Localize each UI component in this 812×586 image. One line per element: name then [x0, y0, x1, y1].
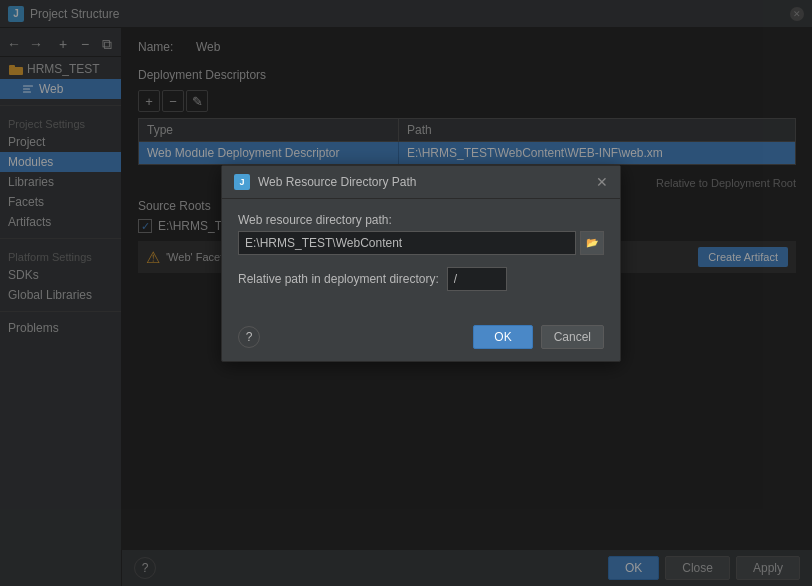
dialog-overlay: J Web Resource Directory Path ✕ Web reso… [0, 0, 812, 586]
dialog-icon: J [234, 174, 250, 190]
dialog-close-btn[interactable]: ✕ [596, 175, 608, 189]
dialog-help-btn[interactable]: ? [238, 326, 260, 348]
browse-btn[interactable]: 📂 [580, 231, 604, 255]
dialog-cancel-btn[interactable]: Cancel [541, 325, 604, 349]
relative-label: Relative path in deployment directory: [238, 272, 439, 286]
path-label: Web resource directory path: [238, 213, 604, 227]
dialog-buttons: ? OK Cancel [222, 319, 620, 361]
dialog: J Web Resource Directory Path ✕ Web reso… [221, 165, 621, 362]
folder-browse-icon: 📂 [586, 237, 598, 248]
path-input[interactable] [238, 231, 576, 255]
path-input-row: 📂 [238, 231, 604, 255]
relative-path-row: Relative path in deployment directory: [238, 267, 604, 291]
dialog-title-bar: J Web Resource Directory Path ✕ [222, 166, 620, 199]
dialog-body: Web resource directory path: 📂 Relative … [222, 199, 620, 319]
relative-input[interactable] [447, 267, 507, 291]
dialog-title: Web Resource Directory Path [258, 175, 596, 189]
dialog-ok-btn[interactable]: OK [473, 325, 532, 349]
